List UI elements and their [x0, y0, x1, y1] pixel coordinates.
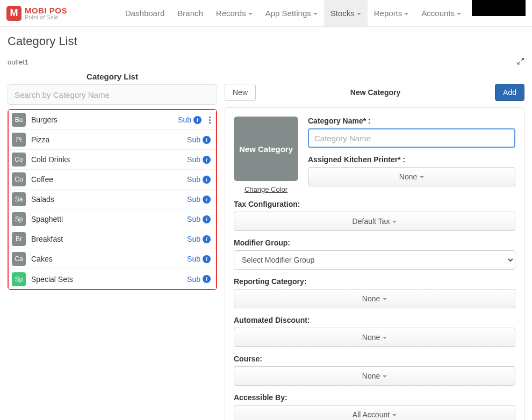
category-badge: Bu	[12, 113, 26, 127]
category-row[interactable]: PiPizzaSubi	[9, 130, 216, 150]
kitchen-printer-dropdown[interactable]: None	[308, 167, 515, 186]
nav-accounts[interactable]: Accounts	[415, 0, 468, 26]
category-row[interactable]: SaSaladsSubi	[9, 190, 216, 209]
divider	[0, 54, 532, 54]
color-swatch: New Category	[234, 117, 298, 181]
course-dropdown[interactable]: None	[234, 366, 515, 386]
category-row[interactable]: CoCold DrinksSubi	[9, 150, 216, 170]
category-badge: Co	[12, 153, 26, 166]
label-tax: Tax Configuration:	[234, 200, 515, 208]
tax-dropdown[interactable]: Default Tax	[234, 212, 515, 231]
info-icon: i	[203, 215, 211, 223]
sub-link[interactable]: Subi	[187, 275, 211, 284]
category-list-header: Category List	[8, 72, 217, 81]
nav-reports[interactable]: Reports	[368, 0, 415, 26]
sub-link[interactable]: Subi	[187, 155, 211, 164]
user-area[interactable]	[472, 0, 526, 16]
category-badge: Sp	[12, 272, 26, 286]
sub-link[interactable]: Subi	[187, 175, 211, 184]
caret-down-icon	[383, 337, 387, 339]
nav-app-settings[interactable]: App Settings	[259, 0, 324, 26]
category-name: Coffee	[31, 175, 187, 184]
logo-badge: M	[6, 6, 21, 21]
sub-link[interactable]: Subi	[178, 115, 202, 124]
sub-link[interactable]: Subi	[187, 195, 211, 204]
category-row[interactable]: CaCakesSubi	[9, 249, 216, 269]
info-icon: i	[193, 116, 202, 124]
category-badge: Pi	[12, 133, 26, 147]
sub-link[interactable]: Subi	[187, 215, 211, 223]
nav-stocks[interactable]: Stocks	[324, 0, 368, 26]
category-badge: Sa	[12, 192, 26, 206]
form-title: New Category	[256, 88, 495, 97]
category-name: Special Sets	[31, 275, 187, 284]
label-course: Course:	[234, 354, 515, 363]
topbar: M MOBI POS Point of Sale Dashboard Branc…	[0, 0, 532, 27]
category-row[interactable]: SpSpaghettiSubi	[9, 209, 216, 229]
category-name: Pizza	[31, 135, 187, 144]
category-badge: Co	[12, 172, 26, 186]
info-icon: i	[203, 275, 211, 283]
modifier-group-select[interactable]: Select Modifier Group	[234, 250, 515, 270]
category-row[interactable]: BuBurgersSubi	[9, 110, 216, 130]
caret-down-icon	[357, 13, 361, 15]
logo-title: MOBI POS	[25, 6, 67, 15]
category-list-column: Category List BuBurgersSubiPiPizzaSubiCo…	[8, 72, 217, 290]
info-icon: i	[203, 255, 211, 263]
category-row[interactable]: CoCoffeeSubi	[9, 170, 216, 190]
category-badge: Br	[12, 232, 26, 246]
search-input[interactable]	[8, 84, 217, 105]
category-name: Cakes	[31, 255, 187, 263]
category-badge: Sp	[12, 212, 26, 226]
caret-down-icon	[420, 176, 424, 178]
info-icon: i	[203, 195, 211, 204]
category-name: Cold Drinks	[31, 155, 187, 164]
new-button[interactable]: New	[225, 84, 256, 101]
caret-down-icon	[383, 298, 387, 300]
sub-link[interactable]: Subi	[187, 235, 211, 243]
category-list: BuBurgersSubiPiPizzaSubiCoCold DrinksSub…	[8, 109, 217, 290]
info-icon: i	[203, 176, 211, 184]
expand-icon[interactable]	[517, 57, 524, 67]
caret-down-icon	[457, 13, 461, 15]
label-category-name: Category Name* :	[308, 117, 515, 125]
category-row[interactable]: BrBreakfastSubi	[9, 229, 216, 249]
category-form-column: New New Category Add New Category Change…	[225, 72, 524, 420]
caret-down-icon	[392, 414, 397, 416]
accessible-dropdown[interactable]: All Account	[234, 405, 515, 420]
reporting-dropdown[interactable]: None	[234, 289, 515, 308]
change-color-link[interactable]: Change Color	[245, 185, 287, 193]
label-discount: Automated Discount:	[234, 316, 515, 324]
more-icon[interactable]	[209, 117, 211, 124]
category-name: Burgers	[31, 115, 178, 124]
label-modifier-group: Modifier Group:	[234, 238, 515, 247]
nav-branch[interactable]: Branch	[171, 0, 210, 26]
info-icon: i	[203, 235, 211, 243]
category-badge: Ca	[12, 252, 26, 266]
category-name: Spaghetti	[31, 215, 187, 223]
sub-link[interactable]: Subi	[187, 135, 211, 144]
label-reporting: Reporting Category:	[234, 277, 515, 286]
caret-down-icon	[248, 13, 253, 15]
add-button[interactable]: Add	[495, 84, 524, 101]
caret-down-icon	[313, 13, 318, 15]
outlet-name: outlet1	[8, 58, 28, 66]
category-name-input[interactable]	[308, 128, 515, 148]
label-kitchen-printer: Assigned Kitchen Printer* :	[308, 155, 515, 164]
discount-dropdown[interactable]: None	[234, 328, 515, 347]
info-icon: i	[203, 156, 211, 164]
nav-dashboard[interactable]: Dashboard	[119, 0, 171, 26]
caret-down-icon	[383, 375, 387, 378]
logo-subtitle: Point of Sale	[25, 15, 67, 20]
caret-down-icon	[392, 221, 397, 223]
sub-link[interactable]: Subi	[187, 255, 211, 263]
caret-down-icon	[404, 13, 408, 15]
nav: Dashboard Branch Records App Settings St…	[119, 0, 526, 26]
category-name: Salads	[31, 195, 187, 204]
nav-records[interactable]: Records	[210, 0, 259, 26]
category-row[interactable]: SpSpecial SetsSubi	[9, 269, 216, 289]
logo[interactable]: M MOBI POS Point of Sale	[6, 6, 67, 21]
label-accessible: Accessible By:	[234, 393, 515, 402]
info-icon: i	[203, 136, 211, 144]
category-form: New Category Change Color Category Name*…	[225, 107, 524, 420]
